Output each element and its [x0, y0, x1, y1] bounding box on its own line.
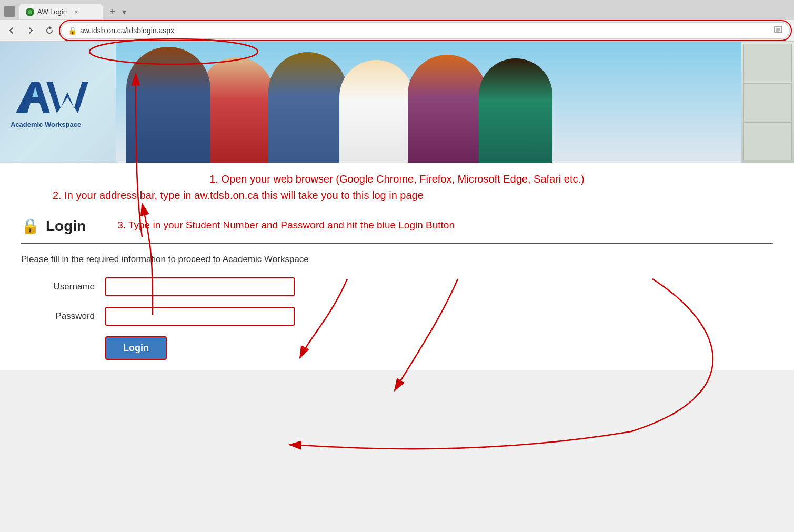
password-row: Password [21, 307, 773, 326]
reader-icon [773, 25, 783, 36]
logo-subtitle: Academic Workspace [11, 121, 81, 128]
nav-bar: 🔒 aw.tdsb.on.ca/tdsblogin.aspx [0, 20, 794, 41]
tab-bar: AW Login × + ▾ [0, 0, 794, 20]
main-content: 1. Open your web browser (Google Chrome,… [0, 163, 794, 370]
lock-login-icon: 🔒 [21, 217, 39, 235]
password-input[interactable] [105, 307, 295, 326]
tab-list-button[interactable]: ▾ [122, 7, 126, 17]
login-divider [21, 243, 773, 244]
svg-rect-2 [6, 14, 13, 15]
address-text: aw.tdsb.on.ca/tdsblogin.aspx [80, 26, 770, 35]
back-button[interactable] [4, 23, 19, 38]
active-tab[interactable]: AW Login × [19, 4, 103, 19]
aw-logo-svg [11, 76, 116, 118]
tab-close-button[interactable]: × [72, 8, 81, 16]
browser-chrome: AW Login × + ▾ 🔒 aw.tdsb.on.ca/tdsblogin… [0, 0, 794, 42]
hero-photo [116, 42, 794, 163]
window-icon [4, 6, 15, 17]
login-button[interactable]: Login [105, 336, 167, 360]
login-btn-row: Login [105, 336, 773, 360]
forward-button[interactable] [23, 23, 38, 38]
lock-icon: 🔒 [68, 26, 77, 35]
new-tab-button[interactable]: + [105, 4, 120, 19]
password-label: Password [21, 311, 95, 322]
reload-button[interactable] [42, 23, 57, 38]
svg-rect-0 [6, 8, 13, 10]
page-content: Academic Workspace [0, 42, 794, 370]
username-row: Username [21, 277, 773, 296]
tab-favicon [26, 8, 34, 16]
tab-title: AW Login [37, 8, 67, 16]
instruction-1-text: 1. Open your web browser (Google Chrome,… [21, 173, 773, 185]
address-bar[interactable]: 🔒 aw.tdsb.on.ca/tdsblogin.aspx [61, 22, 790, 39]
login-title: Login [46, 218, 86, 235]
login-section: 🔒 Login 3. Type in your Student Number a… [0, 207, 794, 370]
page-wrapper: AW Login × + ▾ 🔒 aw.tdsb.on.ca/tdsblogin… [0, 0, 794, 370]
login-header: 🔒 Login [21, 217, 86, 235]
username-label: Username [21, 282, 95, 292]
hero-section: Academic Workspace [0, 42, 794, 163]
instruction-2-text: 2. In your address bar, type in aw.tdsb.… [53, 189, 773, 202]
login-description: Please fill in the required information … [21, 254, 773, 265]
instruction-3-text: 3. Type in your Student Number and Passw… [117, 219, 455, 230]
instructions-section: 1. Open your web browser (Google Chrome,… [0, 163, 794, 207]
svg-rect-1 [6, 11, 13, 13]
username-input[interactable] [105, 277, 295, 296]
